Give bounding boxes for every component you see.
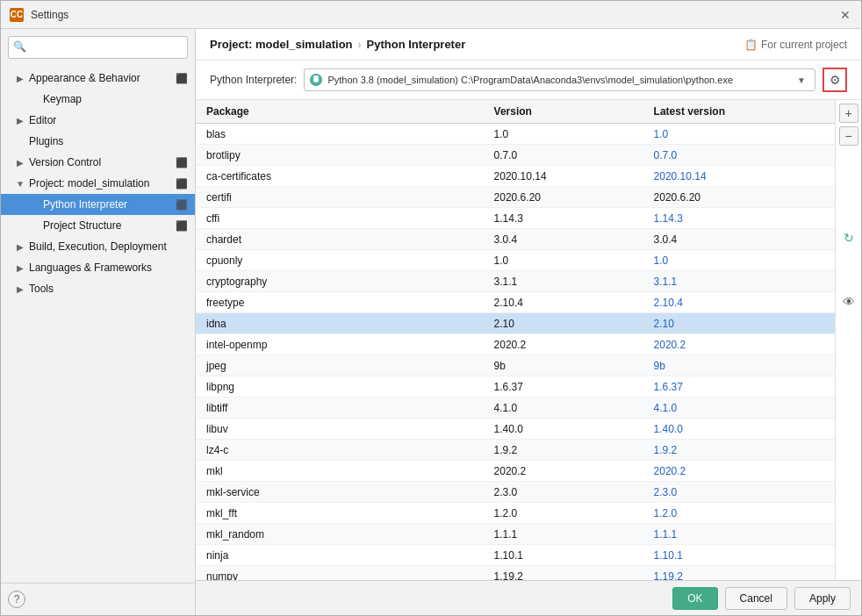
arrow-icon: ▶ (15, 262, 25, 273)
table-row[interactable]: chardet3.0.43.0.4 (196, 229, 835, 250)
package-name: cryptography (196, 271, 484, 292)
settings-window: CC Settings ✕ 🔍 ▶ Appearance & Behavior … (0, 0, 862, 616)
package-version: 3.1.1 (484, 271, 643, 292)
sidebar-item-tools[interactable]: ▶ Tools (1, 278, 195, 299)
table-row[interactable]: libtiff4.1.04.1.0 (196, 398, 835, 419)
package-name: ca-certificates (196, 166, 484, 187)
interpreter-dropdown[interactable]: Python 3.8 (model_simulation) C:\Program… (304, 68, 815, 91)
table-row[interactable]: idna2.102.10 (196, 313, 835, 334)
table-row[interactable]: mkl_fft1.2.01.2.0 (196, 503, 835, 524)
package-latest-version: 2020.6.20 (643, 187, 835, 208)
table-row[interactable]: mkl_random1.1.11.1.1 (196, 524, 835, 545)
package-latest-version: 0.7.0 (643, 145, 835, 166)
ok-button[interactable]: OK (672, 587, 717, 610)
sidebar: 🔍 ▶ Appearance & Behavior ⬛ Keymap ▶ (1, 29, 196, 615)
repo-icon: ⬛ (176, 73, 188, 84)
table-row[interactable]: lz4-c1.9.21.9.2 (196, 440, 835, 461)
interpreter-value: Python 3.8 (model_simulation) C:\Program… (327, 75, 733, 85)
project-icon: ⬛ (176, 199, 188, 211)
sidebar-item-version-control[interactable]: ▶ Version Control ⬛ (1, 152, 195, 173)
table-row[interactable]: intel-openmp2020.22020.2 (196, 334, 835, 355)
package-latest-version: 2020.2 (643, 461, 835, 482)
package-latest-version: 2020.10.14 (643, 166, 835, 187)
package-version: 1.40.0 (484, 419, 643, 440)
package-latest-version: 1.40.0 (643, 419, 835, 440)
add-package-button[interactable]: + (839, 104, 858, 123)
table-row[interactable]: jpeg9b9b (196, 355, 835, 376)
search-input[interactable] (8, 36, 188, 59)
package-latest-version: 1.0 (643, 250, 835, 271)
package-latest-version: 2.3.0 (643, 482, 835, 503)
package-name: libtiff (196, 398, 484, 419)
package-version: 1.0 (484, 124, 643, 145)
table-row[interactable]: mkl-service2.3.02.3.0 (196, 482, 835, 503)
table-row[interactable]: ninja1.10.11.10.1 (196, 545, 835, 566)
package-latest-version: 1.0 (643, 124, 835, 145)
package-name: brotlipy (196, 145, 484, 166)
table-row[interactable]: ca-certificates2020.10.142020.10.14 (196, 166, 835, 187)
search-box: 🔍 (8, 36, 188, 59)
package-version: 1.9.2 (484, 440, 643, 461)
table-row[interactable]: cffi1.14.31.14.3 (196, 208, 835, 229)
package-latest-version: 9b (643, 355, 835, 376)
sidebar-item-project[interactable]: ▼ Project: model_simulation ⬛ (1, 173, 195, 194)
package-name: jpeg (196, 355, 484, 376)
titlebar: CC Settings ✕ (1, 1, 861, 29)
search-icon: 🔍 (13, 40, 26, 53)
table-row[interactable]: numpy1.19.21.19.2 (196, 566, 835, 581)
package-version: 2.10.4 (484, 292, 643, 313)
table-row[interactable]: certifi2020.6.202020.6.20 (196, 187, 835, 208)
table-row[interactable]: freetype2.10.42.10.4 (196, 292, 835, 313)
table-row[interactable]: cryptography3.1.13.1.1 (196, 271, 835, 292)
table-row[interactable]: mkl2020.22020.2 (196, 461, 835, 482)
package-name: mkl-service (196, 482, 484, 503)
close-button[interactable]: ✕ (838, 8, 852, 22)
package-version: 1.14.3 (484, 208, 643, 229)
sidebar-item-languages-frameworks[interactable]: ▶ Languages & Frameworks (1, 257, 195, 278)
package-latest-version: 2020.2 (643, 334, 835, 355)
package-name: numpy (196, 566, 484, 581)
sidebar-nav: ▶ Appearance & Behavior ⬛ Keymap ▶ Edito… (1, 66, 195, 583)
arrow-icon: ▼ (15, 178, 25, 189)
interpreter-settings-button[interactable]: ⚙ (822, 68, 847, 92)
cancel-button[interactable]: Cancel (725, 587, 787, 610)
package-name: ninja (196, 545, 484, 566)
repo-icon: ⬛ (176, 178, 188, 190)
sidebar-item-build-execution[interactable]: ▶ Build, Execution, Deployment (1, 236, 195, 257)
python-spinner (312, 75, 320, 84)
breadcrumb-parent: Project: model_simulation (210, 38, 353, 51)
sidebar-item-project-structure[interactable]: Project Structure ⬛ (1, 215, 195, 236)
package-version: 2020.6.20 (484, 187, 643, 208)
sidebar-item-editor[interactable]: ▶ Editor (1, 110, 195, 131)
table-row[interactable]: brotlipy0.7.00.7.0 (196, 145, 835, 166)
table-row[interactable]: cpuonly1.01.0 (196, 250, 835, 271)
interpreter-label: Python Interpreter: (210, 74, 297, 86)
sidebar-item-python-interpreter[interactable]: Python Interpreter ⬛ (1, 194, 195, 215)
package-version: 3.0.4 (484, 229, 643, 250)
show-options-button[interactable]: 👁 (839, 292, 858, 312)
main-content: 🔍 ▶ Appearance & Behavior ⬛ Keymap ▶ (1, 29, 861, 615)
table-row[interactable]: blas1.01.0 (196, 124, 835, 145)
sidebar-item-plugins[interactable]: Plugins (1, 131, 195, 152)
table-row[interactable]: libpng1.6.371.6.37 (196, 376, 835, 398)
package-latest-version: 3.1.1 (643, 271, 835, 292)
package-version: 1.1.1 (484, 524, 643, 545)
repo-icon: ⬛ (176, 157, 188, 168)
package-latest-version: 1.14.3 (643, 208, 835, 229)
sidebar-item-appearance-behavior[interactable]: ▶ Appearance & Behavior ⬛ (1, 68, 195, 89)
package-version: 2.3.0 (484, 482, 643, 503)
arrow-spacer (29, 220, 40, 231)
sidebar-item-label: Project Structure (43, 219, 121, 232)
table-row[interactable]: libuv1.40.01.40.0 (196, 419, 835, 440)
package-version: 2.10 (484, 313, 643, 334)
help-button[interactable]: ? (8, 591, 25, 608)
arrow-icon: ▶ (15, 157, 25, 168)
refresh-button[interactable]: ↻ (839, 228, 858, 247)
sidebar-item-keymap[interactable]: Keymap (1, 89, 195, 110)
packages-table: Package Version Latest version blas1.01.… (196, 100, 835, 580)
apply-button[interactable]: Apply (794, 587, 851, 610)
package-name: certifi (196, 187, 484, 208)
right-panel: Project: model_simulation › Python Inter… (196, 29, 861, 615)
remove-package-button[interactable]: − (839, 126, 858, 146)
package-latest-version: 1.6.37 (643, 376, 835, 398)
